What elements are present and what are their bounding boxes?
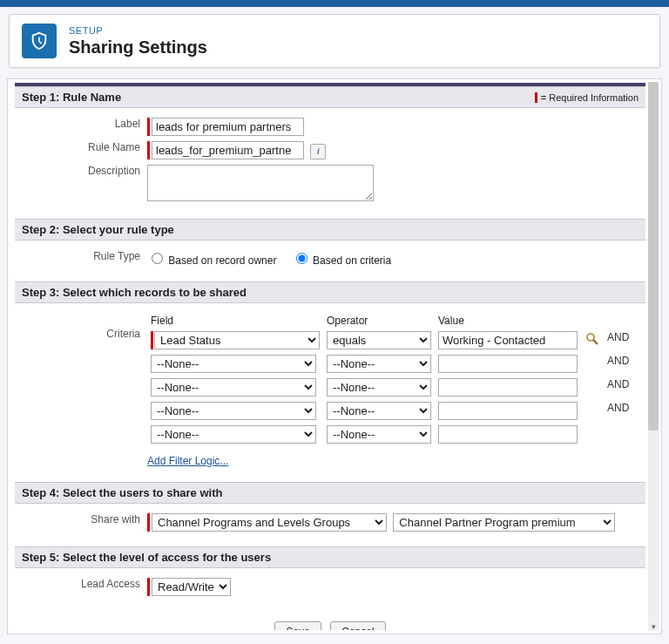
svg-point-0: [587, 334, 594, 341]
operator-select-0[interactable]: equals: [327, 331, 431, 349]
criteria-row: --None-- --None--: [147, 423, 632, 446]
field-select-3[interactable]: --None--: [151, 402, 316, 420]
col-operator: Operator: [323, 313, 435, 329]
label-input[interactable]: [152, 118, 304, 136]
operator-select-4[interactable]: --None--: [327, 425, 431, 444]
criteria-row: --None-- --None-- AND: [147, 376, 632, 399]
info-icon[interactable]: i: [310, 144, 326, 159]
criteria-row: --None-- --None-- AND: [147, 399, 632, 423]
step5-title: Step 5: Select the level of access for t…: [22, 551, 271, 564]
field-select-4[interactable]: --None--: [151, 425, 316, 444]
svg-line-1: [593, 340, 598, 344]
classic-iframe: ▴ ▾ Step 1: Rule Name = Required Informa…: [7, 78, 662, 634]
and-label: AND: [604, 352, 632, 376]
and-label: AND: [604, 376, 632, 399]
radio-owner[interactable]: [152, 253, 163, 264]
criteria-row: Lead Status equals AND: [147, 329, 632, 352]
operator-select-2[interactable]: --None--: [327, 378, 431, 397]
step5-header: Step 5: Select the level of access for t…: [15, 546, 645, 568]
description-textarea[interactable]: [147, 165, 374, 201]
radio-criteria[interactable]: [296, 253, 307, 264]
step1-title: Step 1: Rule Name: [22, 91, 121, 104]
col-value: Value: [435, 313, 581, 329]
description-field-label: Description: [24, 162, 144, 207]
step4-header: Step 4: Select the users to share with: [15, 482, 645, 504]
rulename-input[interactable]: [152, 141, 304, 159]
step3-header: Step 3: Select which records to be share…: [15, 281, 645, 303]
value-input-0[interactable]: [438, 331, 578, 349]
and-label: AND: [604, 399, 632, 423]
add-filter-logic-link[interactable]: Add Filter Logic...: [147, 455, 228, 467]
page-header: SETUP Sharing Settings: [9, 14, 660, 68]
step2-header: Step 2: Select your rule type: [15, 219, 645, 241]
scrollbar-thumb[interactable]: [648, 82, 659, 430]
radio-criteria-label[interactable]: Based on criteria: [292, 254, 391, 267]
sharewith-label: Share with: [24, 511, 144, 534]
ruletype-label: Rule Type: [24, 247, 144, 269]
criteria-label: Criteria: [24, 310, 144, 470]
label-field-label: Label: [24, 115, 144, 139]
save-button[interactable]: Save: [274, 621, 321, 630]
radio-owner-label[interactable]: Based on record owner: [147, 254, 280, 267]
field-select-1[interactable]: --None--: [151, 355, 316, 373]
sharewith-group-select[interactable]: Channel Partner Program premium: [393, 513, 615, 532]
criteria-row: --None-- --None-- AND: [147, 352, 632, 376]
button-bar: Save Cancel: [15, 611, 645, 630]
value-input-1[interactable]: [438, 355, 578, 373]
step4-title: Step 4: Select the users to share with: [22, 486, 222, 499]
required-bar-icon: [535, 92, 537, 103]
sharewith-category-select[interactable]: Channel Programs and Levels Groups: [152, 513, 387, 532]
scroll-down-icon[interactable]: ▾: [649, 622, 658, 631]
rulename-field-label: Rule Name: [24, 139, 144, 162]
field-select-2[interactable]: --None--: [151, 378, 316, 397]
operator-select-3[interactable]: --None--: [327, 402, 431, 420]
and-label: AND: [604, 329, 632, 352]
value-input-4[interactable]: [438, 425, 578, 444]
cancel-button[interactable]: Cancel: [330, 621, 385, 630]
step3-title: Step 3: Select which records to be share…: [22, 286, 247, 299]
col-field: Field: [147, 313, 323, 329]
page-title: Sharing Settings: [69, 37, 207, 58]
lookup-icon[interactable]: [585, 331, 600, 347]
and-label: [604, 423, 632, 446]
setup-label: SETUP: [69, 25, 207, 36]
value-input-3[interactable]: [438, 402, 578, 420]
leadaccess-select[interactable]: Read/Write: [152, 578, 231, 596]
shield-icon: [22, 24, 57, 58]
scrollbar[interactable]: ▴ ▾: [648, 82, 659, 631]
value-input-2[interactable]: [438, 378, 578, 397]
step1-header: Step 1: Rule Name = Required Information: [15, 86, 645, 108]
leadaccess-label: Lead Access: [24, 575, 144, 599]
required-info-note: = Required Information: [535, 92, 639, 103]
step2-title: Step 2: Select your rule type: [22, 223, 174, 236]
field-select-0[interactable]: Lead Status: [154, 331, 320, 349]
operator-select-1[interactable]: --None--: [327, 355, 431, 373]
